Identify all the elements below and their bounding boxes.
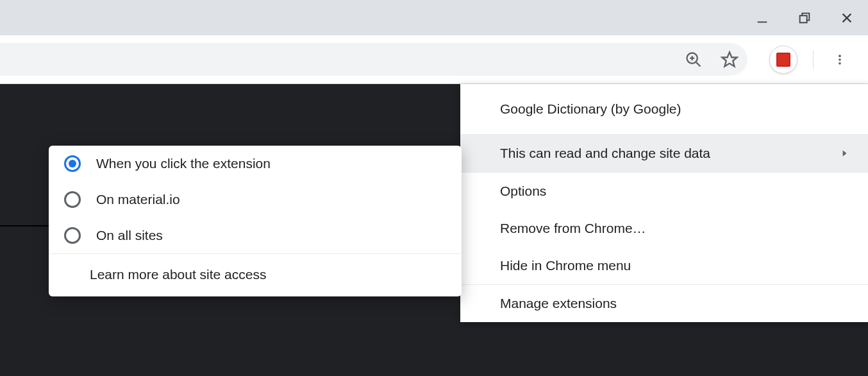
menu-item-label: Remove from Chrome… (500, 221, 646, 236)
menu-item-remove[interactable]: Remove from Chrome… (460, 210, 868, 247)
svg-marker-12 (843, 150, 847, 156)
menu-item-site-data[interactable]: This can read and change site data (460, 135, 868, 172)
extension-icon[interactable] (769, 46, 797, 74)
toolbar-separator (813, 51, 814, 69)
option-label: On material.io (96, 192, 180, 207)
menu-item-manage-extensions[interactable]: Manage extensions (460, 285, 868, 322)
radio-unselected-icon (64, 227, 81, 244)
option-label: When you click the extension (96, 156, 271, 171)
menu-item-label: This can read and change site data (500, 146, 710, 161)
extension-context-menu: Google Dictionary (by Google) This can r… (460, 84, 868, 322)
svg-line-5 (696, 62, 700, 66)
page-divider (0, 225, 53, 226)
menu-item-label: Options (500, 184, 546, 199)
zoom-icon[interactable] (685, 51, 703, 69)
learn-more-label: Learn more about site access (90, 267, 266, 282)
context-menu-title: Google Dictionary (by Google) (460, 84, 868, 135)
radio-unselected-icon (64, 191, 81, 208)
window-maximize-button[interactable] (783, 0, 826, 35)
svg-rect-1 (800, 15, 807, 22)
window-close-button[interactable] (826, 0, 868, 35)
bookmark-star-icon[interactable] (721, 51, 739, 69)
learn-more-link[interactable]: Learn more about site access (49, 254, 462, 296)
site-access-submenu: When you click the extension On material… (49, 146, 462, 296)
window-titlebar (0, 0, 868, 35)
site-access-option-on-click[interactable]: When you click the extension (49, 146, 462, 182)
site-access-option-all-sites[interactable]: On all sites (49, 218, 462, 253)
omnibox[interactable] (0, 43, 747, 76)
radio-selected-icon (64, 155, 81, 172)
svg-point-10 (839, 58, 841, 61)
menu-item-options[interactable]: Options (460, 173, 868, 210)
submenu-chevron-icon (840, 146, 849, 161)
browser-menu-button[interactable] (831, 51, 849, 69)
svg-point-9 (839, 55, 841, 57)
site-access-option-on-site[interactable]: On material.io (49, 182, 462, 218)
option-label: On all sites (96, 228, 163, 243)
svg-point-11 (839, 62, 841, 65)
svg-marker-8 (722, 52, 737, 66)
menu-item-hide[interactable]: Hide in Chrome menu (460, 247, 868, 284)
window-minimize-button[interactable] (741, 0, 783, 35)
browser-toolbar (0, 35, 868, 84)
dictionary-icon (776, 53, 790, 67)
menu-item-label: Hide in Chrome menu (500, 258, 631, 273)
menu-item-label: Manage extensions (500, 296, 617, 311)
